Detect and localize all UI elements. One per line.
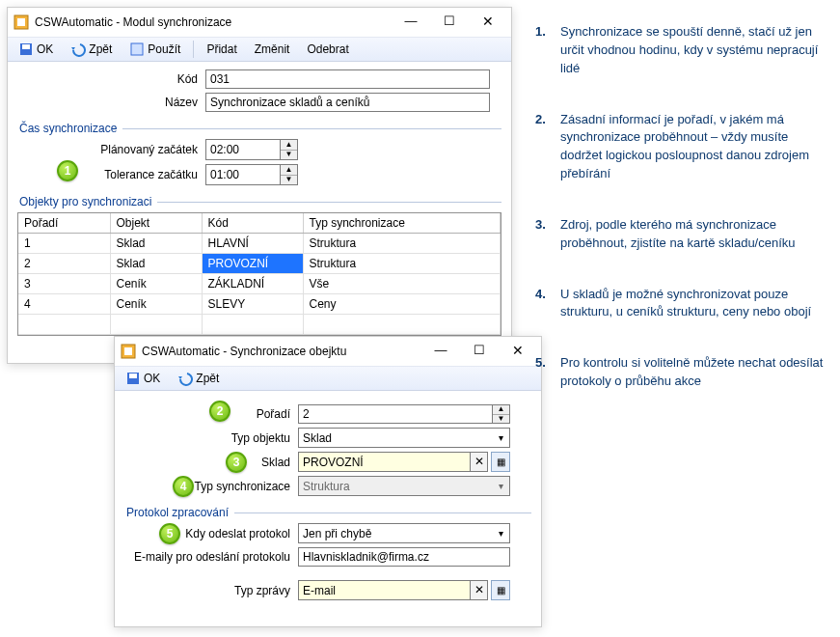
tol-time-input[interactable]	[205, 164, 281, 185]
cell-typ[interactable]: Struktura	[303, 254, 501, 274]
back-button[interactable]: Zpět	[171, 368, 226, 389]
maximize-icon[interactable]: ☐	[430, 11, 469, 34]
note-item: 4. U skladů je možné synchronizovat pouz…	[535, 286, 825, 322]
cell-kod[interactable]: SLEVY	[202, 294, 303, 315]
note-text: Pro kontrolu si volitelně můžete nechat …	[560, 354, 825, 391]
ok-button[interactable]: OK	[12, 39, 60, 60]
use-button[interactable]: Použít	[122, 39, 187, 60]
kod-input[interactable]	[205, 69, 490, 89]
close-icon[interactable]: ✕	[469, 11, 507, 34]
kdy-combo[interactable]: Jen při chybě ▾	[298, 523, 510, 543]
note-number: 2.	[535, 111, 560, 183]
spin-up-icon[interactable]: ▲	[281, 140, 297, 151]
plan-time-input[interactable]	[205, 139, 281, 160]
cell-kod[interactable]: ZÁKLADNÍ	[202, 274, 303, 294]
table-row[interactable]	[18, 315, 501, 335]
undo-icon	[70, 42, 86, 57]
cell-objekt[interactable]: Sklad	[110, 254, 202, 274]
poradi-spinner[interactable]: ▲▼	[298, 404, 510, 424]
cell-typ[interactable]: Struktura	[303, 234, 501, 254]
typsync-label: Typ synchronizace	[124, 480, 298, 493]
group-time: Čas synchronizace	[17, 116, 501, 135]
add-button[interactable]: Přidat	[200, 40, 243, 59]
titlebar-sub[interactable]: CSWAutomatic - Synchronizace obejktu — ☐…	[115, 337, 541, 366]
cell-poradi[interactable]: 1	[18, 234, 110, 254]
edit-button[interactable]: Změnit	[248, 40, 297, 59]
cell-objekt[interactable]: Sklad	[110, 234, 202, 254]
spin-down-icon[interactable]: ▼	[493, 415, 509, 424]
badge-4: 4	[173, 476, 194, 497]
cell-poradi[interactable]: 3	[18, 274, 110, 294]
ok-button[interactable]: OK	[119, 368, 167, 389]
table-row[interactable]: 1SkladHLAVNÍStruktura	[18, 234, 501, 254]
col-poradi[interactable]: Pořadí	[18, 213, 110, 234]
picker-icon[interactable]: ▦	[491, 580, 510, 600]
sklad-label: Sklad	[124, 456, 298, 469]
apply-icon	[129, 42, 145, 57]
chevron-down-icon[interactable]: ▾	[492, 432, 509, 443]
tol-label: Tolerance začátku	[17, 168, 205, 181]
note-number: 5.	[535, 354, 560, 391]
close-icon[interactable]: ✕	[499, 340, 537, 363]
typz-input[interactable]	[298, 580, 471, 600]
typobj-combo[interactable]: Sklad ▾	[298, 428, 510, 448]
spin-down-icon[interactable]: ▼	[281, 176, 297, 185]
sklad-lookup[interactable]: ✕ ▦	[298, 452, 510, 472]
nazev-input[interactable]	[205, 93, 490, 112]
cell-typ[interactable]: Ceny	[303, 294, 501, 315]
undo-icon	[177, 371, 193, 386]
typz-lookup[interactable]: ✕ ▦	[298, 580, 510, 600]
note-text: Zásadní informací je pořadí, v jakém má …	[560, 111, 825, 183]
badge-5: 5	[159, 523, 180, 544]
objects-grid[interactable]: Pořadí Objekt Kód Typ synchronizace 1Skl…	[17, 212, 501, 336]
svg-rect-8	[129, 374, 137, 378]
clear-icon[interactable]: ✕	[471, 580, 488, 600]
picker-icon[interactable]: ▦	[491, 452, 510, 472]
note-item: 3. Zdroj, podle kterého má synchronizace…	[535, 216, 825, 253]
emails-input[interactable]	[298, 547, 510, 567]
save-icon	[125, 371, 141, 386]
table-row[interactable]: 3CeníkZÁKLADNÍVše	[18, 274, 501, 294]
cell-kod[interactable]: PROVOZNÍ	[202, 254, 303, 274]
tol-time-spinner[interactable]: ▲▼	[205, 164, 298, 185]
chevron-down-icon[interactable]: ▾	[492, 528, 509, 539]
col-objekt[interactable]: Objekt	[110, 213, 202, 234]
grid-header-row: Pořadí Objekt Kód Typ synchronizace	[18, 213, 501, 234]
cell-typ[interactable]: Vše	[303, 274, 501, 294]
toolbar-sub: OK Zpět	[115, 366, 541, 391]
col-typ[interactable]: Typ synchronizace	[303, 213, 501, 234]
cell-poradi[interactable]: 2	[18, 254, 110, 274]
spin-up-icon[interactable]: ▲	[281, 165, 297, 176]
svg-rect-4	[131, 43, 143, 55]
table-row[interactable]: 4CeníkSLEVYCeny	[18, 294, 501, 315]
titlebar-main[interactable]: CSWAutomatic - Modul synchronizace — ☐ ✕	[8, 8, 511, 37]
back-button[interactable]: Zpět	[64, 39, 119, 60]
cell-poradi[interactable]: 4	[18, 294, 110, 315]
svg-rect-1	[17, 18, 25, 26]
sklad-input[interactable]	[298, 452, 471, 472]
cell-objekt[interactable]: Ceník	[110, 294, 202, 315]
minimize-icon[interactable]: —	[421, 340, 460, 363]
help-notes: 1. Synchronizace se spouští denně, stačí…	[535, 23, 825, 424]
plan-time-spinner[interactable]: ▲▼	[205, 139, 298, 160]
form-sub: Pořadí ▲▼ Typ objektu Sklad ▾ Sklad ✕ ▦ …	[115, 391, 541, 610]
window-sync-module: CSWAutomatic - Modul synchronizace — ☐ ✕…	[7, 7, 512, 364]
note-item: 2. Zásadní informací je pořadí, v jakém …	[535, 111, 825, 183]
cell-objekt[interactable]: Ceník	[110, 274, 202, 294]
clear-icon[interactable]: ✕	[471, 452, 488, 472]
typobj-label: Typ objektu	[124, 431, 298, 445]
group-objects: Objekty pro synchronizaci	[17, 189, 501, 208]
minimize-icon[interactable]: —	[392, 11, 430, 34]
note-number: 3.	[535, 216, 560, 253]
maximize-icon[interactable]: ☐	[460, 340, 499, 363]
nazev-label: Název	[17, 96, 205, 109]
svg-rect-6	[124, 347, 132, 355]
spin-down-icon[interactable]: ▼	[281, 151, 297, 160]
poradi-input[interactable]	[298, 404, 493, 424]
remove-button[interactable]: Odebrat	[300, 40, 355, 59]
form-main: Kód Název Čas synchronizace Plánovaný za…	[8, 62, 511, 342]
col-kod[interactable]: Kód	[202, 213, 303, 234]
cell-kod[interactable]: HLAVNÍ	[202, 234, 303, 254]
table-row[interactable]: 2SkladPROVOZNÍStruktura	[18, 254, 501, 274]
badge-2: 2	[209, 401, 230, 422]
